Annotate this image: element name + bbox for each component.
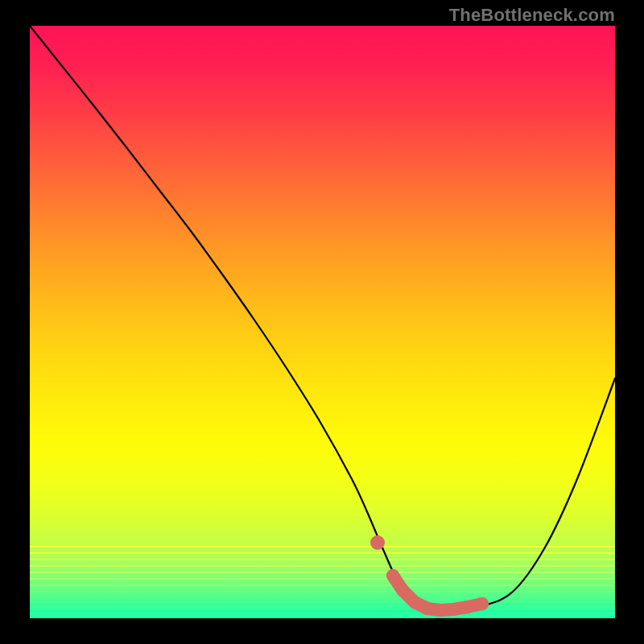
bottleneck-curve bbox=[30, 26, 615, 610]
highlight-dot bbox=[447, 603, 460, 616]
highlight-dot bbox=[386, 569, 399, 582]
chart-stage: TheBottleneck.com bbox=[0, 0, 644, 644]
highlight-dot bbox=[408, 596, 421, 609]
highlight-dot bbox=[396, 584, 409, 597]
highlight-dot bbox=[461, 601, 474, 613]
highlight-dot bbox=[421, 602, 434, 615]
plot-area bbox=[30, 26, 615, 618]
highlight-dot bbox=[476, 597, 489, 610]
highlight-dot bbox=[370, 535, 385, 550]
highlight-dot bbox=[434, 604, 447, 617]
curve-layer bbox=[30, 26, 615, 618]
watermark-text: TheBottleneck.com bbox=[449, 5, 615, 26]
highlight-band bbox=[370, 535, 489, 617]
